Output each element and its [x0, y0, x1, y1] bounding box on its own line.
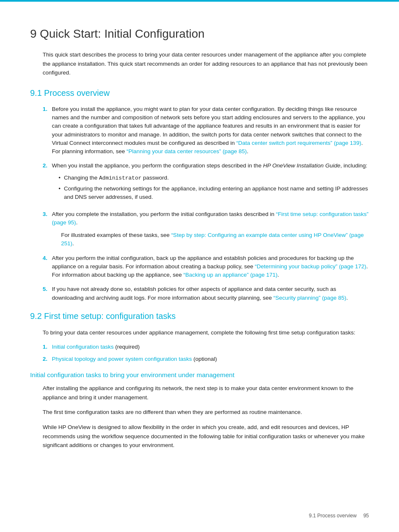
section-92-list: 1. Initial configuration tasks (required… [43, 343, 369, 363]
list-item: 4. After you perform the initial configu… [43, 254, 369, 280]
link-initial-config[interactable]: Initial configuration tasks [52, 344, 114, 350]
extra-para: For illustrated examples of these tasks,… [61, 231, 369, 248]
subsection-para-3: While HP OneView is designed to allow fl… [43, 423, 369, 450]
bullet-text: Configuring the networking settings for … [64, 185, 369, 202]
chapter-title: 9 Quick Start: Initial Configuration [30, 17, 369, 43]
section-91-list: 1. Before you install the appliance, you… [43, 105, 369, 302]
list-item: 1. Initial configuration tasks (required… [43, 343, 369, 351]
link-first-time-setup[interactable]: “First time setup: configuration tasks” … [52, 211, 368, 226]
section-92-intro: To bring your data center resources unde… [43, 328, 369, 337]
subsection-title: Initial configuration tasks to bring you… [30, 370, 369, 380]
list-num: 1. [43, 343, 52, 351]
subsection-para-2: The first time configuration tasks are n… [43, 408, 369, 417]
footer: 9.1 Process overview 95 [309, 512, 369, 519]
code-administrator: Administrator [99, 175, 141, 181]
list-content: Physical topology and power system confi… [52, 355, 217, 363]
section-92-title: 9.2 First time setup: configuration task… [30, 310, 369, 322]
subsection-para-1: After installing the appliance and confi… [43, 384, 369, 402]
list-content: When you install the appliance, you perf… [52, 162, 369, 204]
link-backing-up[interactable]: “Backing up an appliance” (page 171) [183, 272, 277, 278]
list-num: 2. [43, 355, 52, 363]
bullet-item: Configuring the networking settings for … [59, 185, 369, 202]
list-num: 3. [43, 210, 52, 218]
list-num: 5. [43, 285, 52, 293]
intro-text: This quick start describes the process t… [43, 50, 369, 77]
list-item: 1. Before you install the appliance, you… [43, 105, 369, 156]
list-item: 3. After you complete the installation, … [43, 210, 369, 248]
link-step-by-step[interactable]: “Step by step: Configuring an example da… [61, 232, 364, 247]
section-91-title: 9.1 Process overview [30, 87, 369, 99]
top-border [0, 0, 399, 2]
list-item: 2. When you install the appliance, you p… [43, 162, 369, 204]
list-content: After you complete the installation, you… [52, 210, 369, 248]
italic-text: HP OneView Installation Guide [263, 162, 340, 169]
section-92: 9.2 First time setup: configuration task… [30, 310, 369, 450]
link-planning[interactable]: “Planning your data center resources” (p… [127, 148, 247, 154]
list-num: 1. [43, 105, 52, 113]
list-item: 2. Physical topology and power system co… [43, 355, 369, 363]
link-security-planning[interactable]: “Security planning” (page 85) [274, 295, 346, 301]
footer-section: 9.1 Process overview [309, 512, 357, 519]
list-item: 5. If you have not already done so, esta… [43, 285, 369, 302]
link-switch-port[interactable]: “Data center switch port requirements” (… [236, 140, 361, 146]
link-backup-policy[interactable]: “Determining your backup policy” (page 1… [255, 263, 366, 270]
bullet-list: Changing the Administrator password. Con… [59, 174, 369, 202]
list-num: 2. [43, 162, 52, 170]
link-physical-topology[interactable]: Physical topology and power system confi… [52, 356, 192, 362]
footer-page: 95 [363, 512, 369, 519]
list-content: If you have not already done so, establi… [52, 285, 369, 302]
list-num: 4. [43, 254, 52, 262]
bullet-item: Changing the Administrator password. [59, 174, 369, 182]
list-content: Initial configuration tasks (required) [52, 343, 140, 351]
list-content: After you perform the initial configurat… [52, 254, 369, 280]
list-content: Before you install the appliance, you mi… [52, 105, 369, 156]
bullet-text: Changing the Administrator password. [64, 174, 169, 182]
page-container: 9 Quick Start: Initial Configuration Thi… [0, 0, 399, 532]
